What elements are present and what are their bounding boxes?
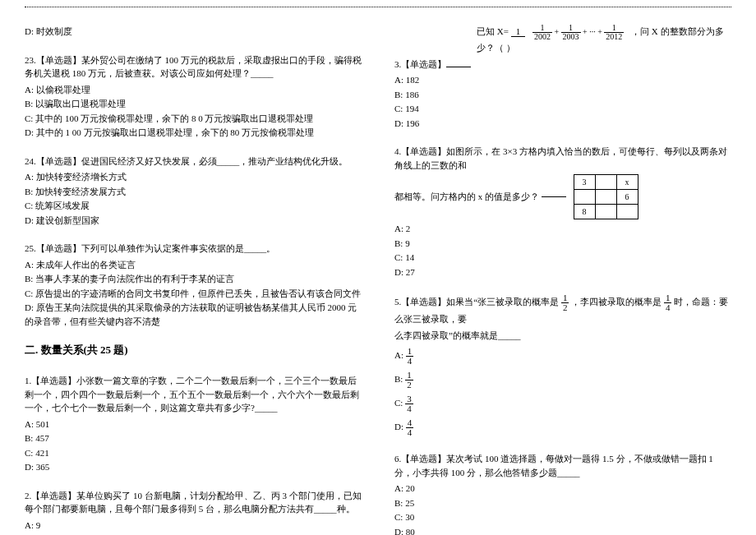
q3-frac-bot: 12002 + 12003 + ··· + 12012: [528, 26, 629, 37]
s2-q5-line2: 么李四被录取”的概率就是_____: [394, 329, 731, 343]
s2-q1: 1.【单选题】小张数一篇文章的字数，二个二个一数最后剩一个，三个三个一数最后剩一…: [25, 374, 362, 474]
q5-fd: 44: [406, 418, 414, 437]
q5-sa: 5.【单选题】如果当“张三被录取的概率是: [394, 297, 559, 307]
q24: 24.【单选题】促进国民经济又好又快发展，必须_____，推动产业结构优化升级。…: [25, 155, 362, 228]
s2-q4: 4.【单选题】如图所示，在 3×3 方格内填入恰当的数后，可使每行、每列以及两条…: [394, 145, 731, 279]
s2-q1-stem: 1.【单选题】小张数一篇文章的字数，二个二个一数最后剩一个，三个三个一数最后剩一…: [25, 374, 362, 415]
s2-q5: 5.【单选题】如果当“张三被录取的概率是 12 ，李四被录取的概率是 14 时，…: [394, 293, 731, 437]
s2-q3-opt-a: A: 182: [394, 73, 731, 87]
q24-opt-b: B: 加快转变经济发展方式: [25, 185, 362, 199]
q3-label: 3.【单选题】: [394, 59, 446, 69]
q5-sb: ，李四被录取的概率是: [571, 297, 662, 307]
s2-q4-stem-b: 都相等。问方格内的 x 的值是多少？: [394, 191, 539, 201]
s2-q4-opt-c: C: 14: [394, 251, 731, 265]
q22-fragment: D: 时效制度: [25, 25, 362, 39]
g20: 8: [574, 205, 595, 219]
q25-opt-c: C: 原告提出的字迹清晰的合同文书复印件，但原件已丢失，且被告否认有该合同文件: [25, 287, 362, 301]
s2-q3-opt-b: B: 186: [394, 88, 731, 102]
q5-ld: D:: [394, 422, 406, 431]
q23-opt-d: D: 其中的 1 00 万元按骗取出口退税罪处理，余下的 80 万元按偷税罪处理: [25, 126, 362, 140]
q23-opt-c: C: 其中的 100 万元按偷税罪处理，余下的 8 0 万元按骗取出口退税罪处理: [25, 112, 362, 126]
q5-fb: 12: [405, 371, 413, 390]
s2-q3-opt-c: C: 194: [394, 102, 731, 116]
section-2-title: 二. 数量关系(共 25 题): [25, 343, 362, 357]
s2-q3-formula-line: 已知 X= 1 12002 + 12003 + ··· + 12012 ，问 X…: [394, 24, 731, 55]
q3-d3: 12012: [604, 24, 624, 41]
q25-opt-a: A: 未成年人作出的各类证言: [25, 258, 362, 272]
page-container: D: 时效制度 23.【单选题】某外贸公司在缴纳了 100 万元的税款后，采取虚…: [0, 7, 756, 535]
g11: [595, 190, 616, 205]
s2-q3: 已知 X= 1 12002 + 12003 + ··· + 12012 ，问 X…: [394, 24, 731, 130]
s2-q6: 6.【单选题】某次考试 100 道选择题，每做对一题得 1.5 分，不做或做错一…: [394, 452, 731, 535]
s2-q1-opt-a: A: 501: [25, 417, 362, 431]
s2-q1-opt-b: B: 457: [25, 431, 362, 445]
q23-stem: 23.【单选题】某外贸公司在缴纳了 100 万元的税款后，采取虚报出口的手段，骗…: [25, 53, 362, 81]
q3-main-frac: 1 12002 + 12003 + ··· + 12012: [511, 24, 629, 41]
q25-opt-b: B: 当事人李某的妻子向法院作出的有利于李某的证言: [25, 272, 362, 286]
s2-q4-stem-a: 4.【单选题】如图所示，在 3×3 方格内填入恰当的数后，可使每行、每列以及两条…: [394, 145, 731, 172]
g21: [595, 205, 616, 219]
q25-opt-d: D: 原告王某向法院提供的其采取偷录的方法获取的证明被告杨某借其人民币 2000…: [25, 301, 362, 328]
q3-d1: 12002: [532, 24, 552, 41]
s2-q5-opt-c: C: 34: [394, 394, 731, 413]
s2-q3-opt-d: D: 196: [394, 117, 731, 131]
s2-q1-opt-d: D: 365: [25, 460, 362, 474]
q5-f2: 14: [664, 293, 672, 312]
q4-grid: 3x 6 8: [574, 174, 638, 219]
g22: [616, 205, 638, 219]
q24-stem: 24.【单选题】促进国民经济又好又快发展，必须_____，推动产业结构优化升级。: [25, 155, 362, 168]
q5-lb: B:: [394, 374, 405, 384]
q4-blank: [542, 196, 566, 197]
q5-la: A:: [394, 350, 406, 360]
s2-q3-stem: 3.【单选题】: [394, 58, 731, 71]
g01: [595, 175, 616, 190]
s2-q5-opt-a: A: 14: [394, 347, 731, 366]
g00: 3: [574, 175, 595, 190]
s2-q6-opt-a: A: 20: [394, 482, 731, 496]
g02: x: [616, 175, 638, 190]
q25-stem: 25.【单选题】下列可以单独作为认定案件事实依据的是_____。: [25, 242, 362, 256]
s2-q5-opt-b: B: 12: [394, 371, 731, 390]
q24-opt-c: C: 统筹区域发展: [25, 199, 362, 213]
right-column: 已知 X= 1 12002 + 12003 + ··· + 12012 ，问 X…: [394, 24, 731, 535]
s2-q2: 2.【单选题】某单位购买了 10 台新电脑，计划分配给甲、乙、丙 3 个部门使用…: [25, 489, 362, 536]
s2-q4-opt-b: B: 9: [394, 237, 731, 251]
s2-q6-stem: 6.【单选题】某次考试 100 道选择题，每做对一题得 1.5 分，不做或做错一…: [394, 452, 731, 479]
q3-frac-top: 1: [511, 26, 526, 37]
q5-fa: 14: [406, 347, 414, 366]
q25: 25.【单选题】下列可以单独作为认定案件事实依据的是_____。 A: 未成年人…: [25, 242, 362, 328]
q3-blank: [446, 67, 471, 67]
q23: 23.【单选题】某外贸公司在缴纳了 100 万元的税款后，采取虚报出口的手段，骗…: [25, 53, 362, 140]
q5-lc: C:: [394, 398, 405, 408]
q5-f1: 12: [561, 293, 569, 312]
s2-q4-opt-d: D: 27: [394, 265, 731, 279]
q23-opt-b: B: 以骗取出口退税罪处理: [25, 97, 362, 111]
q3-pre: 已知 X=: [477, 26, 509, 36]
s2-q6-opt-b: B: 25: [394, 496, 731, 510]
s2-q5-opt-d: D: 44: [394, 418, 731, 437]
s2-q2-opt-a: A: 9: [25, 519, 362, 533]
s2-q4-line2: 都相等。问方格内的 x 的值是多少？ 3x 6 8: [394, 174, 731, 219]
s2-q2-stem: 2.【单选题】某单位购买了 10 台新电脑，计划分配给甲、乙、丙 3 个部门使用…: [25, 489, 362, 516]
q5-fc: 34: [405, 394, 413, 413]
g12: 6: [616, 190, 638, 205]
s2-q6-opt-d: D: 80: [394, 525, 731, 536]
g10: [574, 190, 595, 205]
s2-q5-line1: 5.【单选题】如果当“张三被录取的概率是 12 ，李四被录取的概率是 14 时，…: [394, 293, 731, 326]
left-column: D: 时效制度 23.【单选题】某外贸公司在缴纳了 100 万元的税款后，采取虚…: [25, 24, 362, 535]
s2-q1-opt-c: C: 421: [25, 446, 362, 460]
s2-q6-opt-c: C: 30: [394, 510, 731, 524]
q24-opt-a: A: 加快转变经济增长方式: [25, 170, 362, 184]
q3-d2: 12003: [561, 24, 581, 41]
s2-q4-opt-a: A: 2: [394, 222, 731, 236]
q24-opt-d: D: 建设创新型国家: [25, 214, 362, 228]
q23-opt-a: A: 以偷税罪处理: [25, 83, 362, 97]
q22-opt-d: D: 时效制度: [25, 25, 362, 39]
